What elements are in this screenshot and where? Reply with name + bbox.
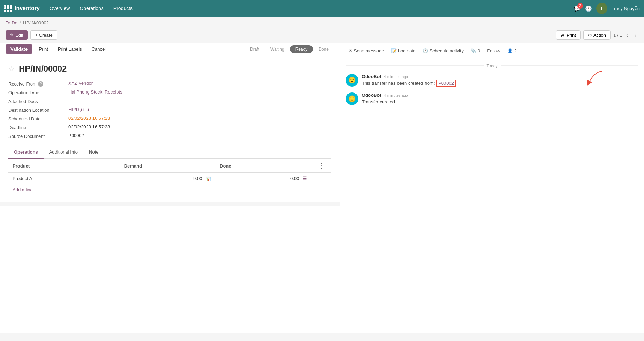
list-icon[interactable]: ☰ xyxy=(302,176,307,181)
cell-done: 0.00 ☰ xyxy=(216,173,311,184)
topnav-right: 💬 2 🕐 T Tracy Nguyễn xyxy=(574,3,640,14)
user-name[interactable]: Tracy Nguyễn xyxy=(612,6,640,11)
toolbar-right: 🖨 Print ⚙ Action 1 / 1 ‹ › xyxy=(556,30,638,40)
users-count: 2 xyxy=(514,48,517,53)
schedule-activity-button[interactable]: 🕐 Schedule activity xyxy=(420,47,466,55)
help-icon-receive-from[interactable]: ? xyxy=(38,81,43,87)
topnav-links: Overview Operations Products xyxy=(45,3,568,13)
chatter-date-separator: Today xyxy=(340,59,644,71)
tab-operations[interactable]: Operations xyxy=(8,146,44,159)
form-row-operation-type: Operation Type Hai Phong Stock: Receipts xyxy=(8,89,331,95)
toolbar: ✎ Edit + Create 🖨 Print ⚙ Action 1 / 1 ‹… xyxy=(0,29,644,43)
label-source-doc: Source Document xyxy=(8,133,64,139)
schedule-activity-label: Schedule activity xyxy=(429,48,464,53)
main-layout: Validate Print Print Labels Cancel Draft… xyxy=(0,43,644,333)
chart-icon[interactable]: 📊 xyxy=(205,176,211,181)
paperclip-icon: 📎 xyxy=(471,48,476,53)
log-note-button[interactable]: 📝 Log note xyxy=(388,47,419,55)
chatter-msg-header-2: OdooBot 4 minutes ago xyxy=(362,92,638,98)
users-button[interactable]: 👤 2 xyxy=(504,47,519,55)
chatter-msg-body-2: OdooBot 4 minutes ago Transfer created xyxy=(362,92,638,105)
edit-button[interactable]: ✎ Edit xyxy=(6,30,28,40)
status-ready: Ready xyxy=(290,45,313,53)
breadcrumb-parent[interactable]: To Do xyxy=(6,20,17,25)
nav-products[interactable]: Products xyxy=(109,3,137,13)
msg-time-2: 4 minutes ago xyxy=(384,93,408,97)
user-avatar[interactable]: T xyxy=(596,3,607,14)
chatter-message-2: 🙂 OdooBot 4 minutes ago Transfer created xyxy=(340,90,644,108)
pagination: 1 / 1 ‹ › xyxy=(613,31,638,39)
nav-operations[interactable]: Operations xyxy=(75,3,107,13)
prev-button[interactable]: ‹ xyxy=(624,31,630,39)
label-receive-from: Receive From ? xyxy=(8,81,64,87)
left-panel: Validate Print Print Labels Cancel Draft… xyxy=(0,43,340,333)
label-attached-docs: Attached Docs xyxy=(8,98,64,104)
clock-icon[interactable]: 🕐 xyxy=(585,5,592,12)
app-logo[interactable]: Inventory xyxy=(4,5,40,12)
doc-title: HP/IN/00002 xyxy=(19,64,67,74)
form-content: ☆ HP/IN/00002 Receive From ? XYZ Vendor … xyxy=(0,57,340,202)
action-label: Action xyxy=(593,32,606,38)
print-labels-button[interactable]: Print Labels xyxy=(54,44,85,54)
action-button[interactable]: ⚙ Action xyxy=(583,30,611,40)
msg-text-1: This transfer has been created from: P00… xyxy=(362,80,638,87)
log-note-label: Log note xyxy=(398,48,416,53)
cell-product[interactable]: Product A xyxy=(8,173,120,184)
doc-title-row: ☆ HP/IN/00002 xyxy=(8,64,331,74)
value-deadline[interactable]: 02/02/2023 16:57:23 xyxy=(68,124,110,129)
create-button[interactable]: + Create xyxy=(30,30,57,40)
create-label: + Create xyxy=(35,32,52,38)
form-fields: Receive From ? XYZ Vendor Operation Type… xyxy=(8,81,331,139)
tabs: Operations Additional Info Note xyxy=(8,146,331,159)
status-bar: Draft Waiting Ready Done xyxy=(245,45,334,53)
add-line-button[interactable]: Add a line xyxy=(8,184,331,195)
pagination-text: 1 / 1 xyxy=(613,32,622,38)
tab-note[interactable]: Note xyxy=(83,146,104,159)
send-message-button[interactable]: ✉ Send message xyxy=(346,47,387,55)
grid-icon xyxy=(4,5,12,12)
value-destination[interactable]: HP/Dự trữ xyxy=(68,107,89,112)
label-operation-type: Operation Type xyxy=(8,89,64,95)
value-source-doc: P00002 xyxy=(68,133,84,138)
value-scheduled-date[interactable]: 02/02/2023 16:57:23 xyxy=(68,116,110,121)
value-receive-from[interactable]: XYZ Vendor xyxy=(68,81,93,86)
form-row-attached-docs: Attached Docs xyxy=(8,98,331,104)
form-row-destination: Destination Location HP/Dự trữ xyxy=(8,107,331,113)
follow-button[interactable]: Follow xyxy=(484,47,503,55)
print-button[interactable]: 🖨 Print xyxy=(556,30,581,40)
print-plain-button[interactable]: Print xyxy=(35,44,52,54)
form-row-scheduled-date: Scheduled Date 02/02/2023 16:57:23 xyxy=(8,116,331,121)
odoobot-avatar-1: 🙂 xyxy=(346,74,358,87)
print-label: Print xyxy=(567,32,576,38)
followers-button[interactable]: 📎 0 xyxy=(468,47,483,55)
th-product: Product xyxy=(8,159,120,173)
favorite-star-icon[interactable]: ☆ xyxy=(8,65,15,73)
nav-overview[interactable]: Overview xyxy=(45,3,74,13)
msg-author-2: OdooBot xyxy=(362,92,381,98)
next-button[interactable]: › xyxy=(632,31,638,39)
msg-link-p00002[interactable]: P00002 xyxy=(436,80,456,87)
status-draft: Draft xyxy=(245,45,265,53)
th-demand: Demand xyxy=(120,159,216,173)
gear-icon: ⚙ xyxy=(588,32,592,38)
tab-additional-info[interactable]: Additional Info xyxy=(44,146,83,159)
table-menu-icon[interactable]: ⋮ xyxy=(315,161,327,171)
form-row-deadline: Deadline 02/02/2023 16:57:23 xyxy=(8,124,331,130)
value-operation-type[interactable]: Hai Phong Stock: Receipts xyxy=(68,89,122,95)
log-note-icon: 📝 xyxy=(391,48,397,53)
topnav: Inventory Overview Operations Products 💬… xyxy=(0,0,644,17)
table-container: Product Demand Done ⋮ Product A 9 xyxy=(8,159,331,195)
users-icon: 👤 xyxy=(507,48,513,53)
right-panel: ✉ Send message 📝 Log note 🕐 Schedule act… xyxy=(340,43,644,333)
notifications-button[interactable]: 💬 2 xyxy=(574,5,581,12)
table-row: Product A 9.00 📊 0.00 ☰ xyxy=(8,173,331,184)
horizontal-scrollbar[interactable] xyxy=(0,202,340,206)
cancel-button[interactable]: Cancel xyxy=(88,44,109,54)
cell-row-actions xyxy=(311,173,331,184)
breadcrumb-current: HP/IN/00002 xyxy=(23,20,49,25)
breadcrumb: To Do / HP/IN/00002 xyxy=(0,17,644,29)
followers-count: 0 xyxy=(478,48,480,53)
validate-button[interactable]: Validate xyxy=(6,44,32,54)
msg-time-1: 4 minutes ago xyxy=(384,75,408,79)
message-icon: ✉ xyxy=(349,48,352,53)
